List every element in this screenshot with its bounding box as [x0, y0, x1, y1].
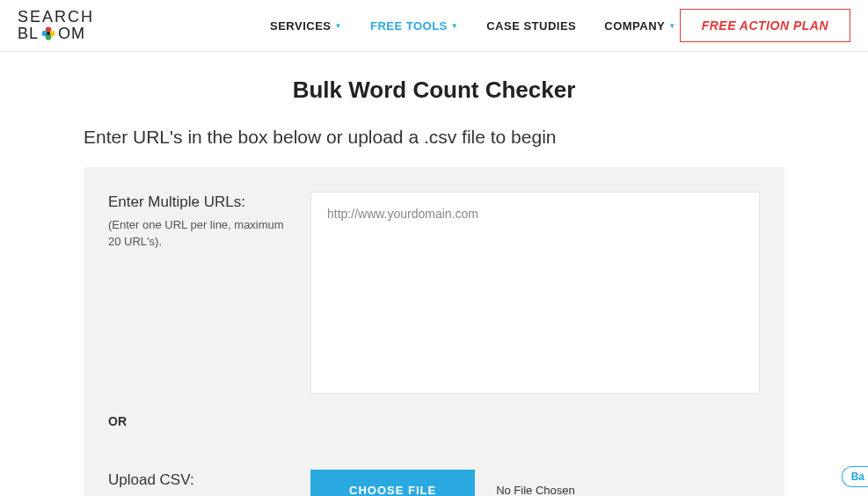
back-bubble[interactable]: Ba	[842, 466, 868, 487]
flower-icon	[40, 25, 57, 42]
chevron-down-icon: ▼	[335, 22, 342, 30]
csv-label: Upload CSV:	[108, 470, 284, 491]
csv-input-col: CHOOSE FILE No File Chosen	[310, 470, 760, 496]
page-title: Bulk Word Count Checker	[84, 77, 784, 104]
nav-company[interactable]: COMPANY ▼	[604, 19, 675, 33]
urls-input-col	[310, 192, 760, 398]
main-nav: SERVICES ▼ FREE TOOLS ▼ CASE STUDIES COM…	[270, 19, 676, 33]
main-content: Bulk Word Count Checker Enter URL's in t…	[0, 52, 868, 496]
urls-label-col: Enter Multiple URLs: (Enter one URL per …	[108, 192, 284, 398]
nav-free-tools[interactable]: FREE TOOLS ▼	[370, 19, 458, 33]
urls-label: Enter Multiple URLs:	[108, 192, 284, 213]
svg-point-4	[47, 32, 50, 35]
chevron-down-icon: ▼	[668, 22, 675, 30]
urls-row: Enter Multiple URLs: (Enter one URL per …	[108, 192, 760, 398]
urls-sublabel: (Enter one URL per line, maximum 20 URL'…	[108, 216, 284, 251]
csv-row: Upload CSV: (Upload a list of URL's in .…	[108, 470, 760, 496]
logo-top-text: SEARCH	[18, 9, 94, 25]
or-row: OR	[108, 413, 760, 429]
chevron-down-icon: ▼	[451, 22, 458, 30]
file-status-text: No File Chosen	[496, 484, 575, 496]
csv-label-col: Upload CSV: (Upload a list of URL's in .…	[108, 470, 284, 496]
file-row: CHOOSE FILE No File Chosen	[310, 470, 760, 496]
choose-file-button[interactable]: CHOOSE FILE	[310, 470, 475, 496]
nav-case-studies[interactable]: CASE STUDIES	[486, 19, 576, 33]
urls-textarea[interactable]	[310, 192, 760, 394]
or-label: OR	[108, 414, 127, 428]
logo-bottom-text: BL OM	[18, 25, 94, 42]
instruction-text: Enter URL's in the box below or upload a…	[84, 127, 784, 148]
logo[interactable]: SEARCH BL OM	[18, 9, 94, 42]
header: SEARCH BL OM SERVICES ▼ FREE TOOLS ▼ CAS…	[0, 0, 868, 52]
form-area: Enter Multiple URLs: (Enter one URL per …	[84, 167, 784, 496]
nav-services[interactable]: SERVICES ▼	[270, 19, 342, 33]
free-action-plan-button[interactable]: FREE ACTION PLAN	[680, 9, 850, 42]
